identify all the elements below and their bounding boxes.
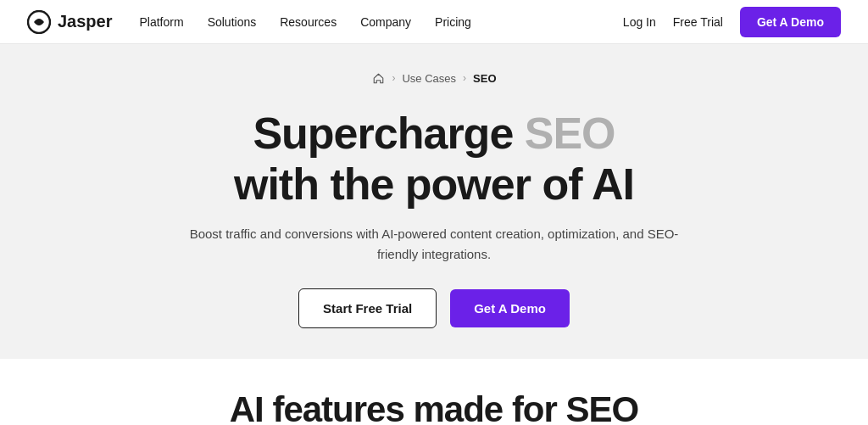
logo[interactable]: Jasper bbox=[27, 10, 113, 34]
navbar: Jasper Platform Solutions Resources Comp… bbox=[0, 0, 868, 44]
breadcrumb-separator-1: › bbox=[392, 72, 395, 84]
home-icon[interactable] bbox=[371, 71, 385, 85]
get-demo-hero-button[interactable]: Get A Demo bbox=[450, 289, 570, 327]
nav-pricing[interactable]: Pricing bbox=[435, 15, 471, 29]
nav-solutions[interactable]: Solutions bbox=[208, 15, 257, 29]
hero-title: Supercharge SEO with the power of AI bbox=[234, 109, 634, 210]
start-free-trial-button[interactable]: Start Free Trial bbox=[298, 288, 437, 328]
navbar-left: Jasper Platform Solutions Resources Comp… bbox=[27, 10, 471, 34]
nav-links: Platform Solutions Resources Company Pri… bbox=[140, 15, 471, 29]
hero-title-part1: Supercharge bbox=[253, 109, 524, 158]
nav-company[interactable]: Company bbox=[360, 15, 411, 29]
bottom-section: AI features made for SEO bbox=[0, 359, 868, 425]
breadcrumb: › Use Cases › SEO bbox=[371, 71, 496, 85]
breadcrumb-current: SEO bbox=[473, 72, 496, 85]
get-demo-nav-button[interactable]: Get A Demo bbox=[740, 7, 841, 37]
breadcrumb-use-cases[interactable]: Use Cases bbox=[402, 72, 456, 85]
hero-section: › Use Cases › SEO Supercharge SEO with t… bbox=[0, 44, 868, 359]
login-button[interactable]: Log In bbox=[623, 15, 656, 29]
bottom-title: AI features made for SEO bbox=[17, 389, 851, 425]
breadcrumb-separator-2: › bbox=[463, 72, 466, 84]
navbar-right: Log In Free Trial Get A Demo bbox=[623, 7, 841, 37]
logo-text: Jasper bbox=[58, 12, 113, 31]
hero-cta: Start Free Trial Get A Demo bbox=[298, 288, 570, 328]
nav-resources[interactable]: Resources bbox=[280, 15, 337, 29]
jasper-logo-icon bbox=[27, 10, 51, 34]
free-trial-button[interactable]: Free Trial bbox=[673, 15, 723, 29]
hero-subtitle: Boost traffic and conversions with AI-po… bbox=[180, 224, 688, 265]
hero-title-part2: with the power of AI bbox=[234, 159, 634, 209]
nav-platform[interactable]: Platform bbox=[140, 15, 184, 29]
hero-title-seo: SEO bbox=[525, 109, 615, 158]
